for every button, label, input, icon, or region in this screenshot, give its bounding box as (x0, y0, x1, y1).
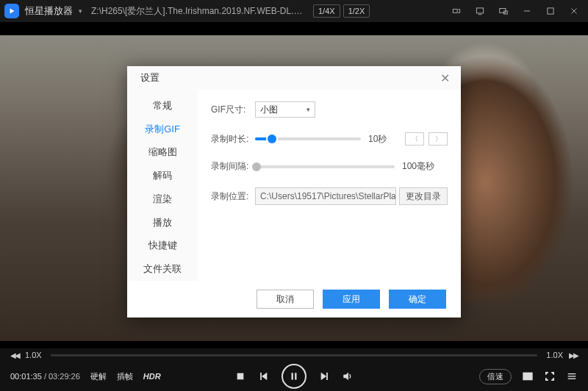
duration-label: 录制时长: (211, 133, 255, 146)
browse-button[interactable]: 更改目录 (399, 187, 448, 205)
modal-close-icon[interactable]: ✕ (437, 71, 452, 85)
sidebar-item-render[interactable]: 渲染 (127, 187, 198, 211)
ok-button[interactable]: 确定 (389, 290, 446, 309)
svg-rect-4 (500, 9, 506, 13)
speed-left-label[interactable]: 1.0X (25, 351, 42, 359)
title-bar: 恒星播放器 ▾ Z:\H265\[爱尔兰人].The.Irishman.2019… (0, 0, 588, 22)
duration-value: 10秒 (368, 133, 405, 146)
interval-value: 100毫秒 (402, 160, 443, 173)
speed-right-label[interactable]: 1.0X (546, 351, 563, 359)
apply-button[interactable]: 应用 (323, 290, 380, 309)
svg-rect-13 (292, 373, 293, 379)
prev-button[interactable] (258, 370, 270, 382)
title-speed-chips: 1/4X 1/2X (313, 4, 370, 18)
maximize-icon[interactable] (541, 0, 560, 22)
file-title: Z:\H265\[爱尔兰人].The.Irishman.2019.NF.WEB-… (91, 5, 304, 18)
speed-half-chip[interactable]: 1/2X (343, 4, 370, 18)
row-path: 录制位置: C:\Users\19517\Pictures\StellarPla… (211, 187, 448, 205)
interval-label: 录制间隔: (211, 160, 255, 173)
close-icon[interactable] (564, 0, 584, 22)
sidebar-item-hotkey[interactable]: 快捷键 (127, 234, 198, 258)
row-interval: 录制间隔: 100毫秒 (211, 160, 448, 173)
svg-marker-17 (344, 373, 348, 379)
badge-interpolation[interactable]: 插帧 (117, 371, 133, 382)
sidebar-item-record-gif[interactable]: 录制GIF (127, 118, 198, 141)
svg-marker-15 (321, 373, 326, 379)
skip-forward-icon[interactable]: ▶▶ (569, 351, 578, 359)
gif-size-label: GIF尺寸: (211, 104, 255, 116)
speed-quarter-chip[interactable]: 1/4X (313, 4, 340, 18)
sidebar-item-general[interactable]: 常规 (127, 94, 198, 118)
svg-rect-7 (548, 8, 553, 14)
pin-icon[interactable] (494, 0, 513, 22)
progress-row: ◀◀ 1.0X 1.0X ▶▶ (0, 348, 588, 362)
skip-back-icon[interactable]: ◀◀ (10, 351, 19, 359)
svg-rect-16 (326, 373, 327, 379)
badge-hw-decode[interactable]: 硬解 (90, 371, 107, 382)
progress-bar[interactable] (51, 354, 538, 356)
minimize-icon[interactable] (517, 0, 537, 22)
settings-sidebar: 常规 录制GIF 缩略图 解码 渲染 播放 快捷键 文件关联 (127, 90, 198, 281)
svg-rect-10 (237, 373, 243, 379)
speed-pill[interactable]: 倍速 (479, 369, 512, 384)
badge-hdr[interactable]: HDR (143, 372, 161, 381)
right-controls: 倍速 (479, 369, 578, 384)
total-time: 03:29:26 (49, 372, 80, 381)
svg-rect-1 (453, 10, 457, 13)
row-gif-size: GIF尺寸: 小图 ▾ (211, 101, 448, 118)
sidebar-item-thumbnail[interactable]: 缩略图 (127, 141, 198, 165)
timecodes: 00:01:35 / 03:29:26 (10, 372, 80, 381)
sidebar-item-file-assoc[interactable]: 文件关联 (127, 257, 198, 281)
interval-slider[interactable] (255, 165, 395, 168)
modal-title: 设置 (140, 71, 437, 85)
modal-footer: 取消 应用 确定 (127, 281, 461, 318)
chevron-down-icon: ▾ (306, 106, 310, 113)
settings-pane: GIF尺寸: 小图 ▾ 录制时长: 10秒 〈 〉 (198, 90, 461, 281)
playlist-icon[interactable] (566, 370, 578, 382)
stop-button[interactable] (234, 370, 246, 382)
controls-row: 00:01:35 / 03:29:26 硬解 插帧 HDR 倍速 (0, 362, 588, 391)
sidebar-item-playback[interactable]: 播放 (127, 211, 198, 234)
pip-icon[interactable] (522, 370, 534, 382)
duration-decrease-button[interactable]: 〈 (405, 132, 424, 146)
app-name: 恒星播放器 (25, 4, 73, 18)
play-pause-button[interactable] (282, 364, 306, 389)
svg-rect-19 (528, 376, 531, 379)
cancel-button[interactable]: 取消 (257, 290, 314, 309)
duration-slider[interactable] (255, 137, 361, 140)
path-input[interactable]: C:\Users\19517\Pictures\StellarPlayer (255, 187, 396, 205)
svg-marker-11 (262, 373, 267, 379)
gif-size-select[interactable]: 小图 ▾ (255, 101, 315, 118)
settings-modal: 设置 ✕ 常规 录制GIF 缩略图 解码 渲染 播放 快捷键 文件关联 GIF尺… (127, 66, 461, 318)
current-time: 00:01:35 (10, 372, 42, 381)
bottom-controls: ◀◀ 1.0X 1.0X ▶▶ 00:01:35 / 03:29:26 硬解 插… (0, 348, 588, 391)
app-logo (4, 4, 19, 18)
modal-header: 设置 ✕ (127, 66, 461, 90)
path-label: 录制位置: (211, 190, 255, 203)
title-icon-1[interactable] (447, 0, 466, 22)
gif-size-value: 小图 (260, 104, 278, 116)
svg-rect-14 (295, 373, 296, 379)
row-duration: 录制时长: 10秒 〈 〉 (211, 132, 448, 146)
center-controls (234, 364, 354, 389)
svg-rect-2 (476, 8, 483, 13)
duration-increase-button[interactable]: 〉 (429, 132, 448, 146)
sidebar-item-decode[interactable]: 解码 (127, 164, 198, 187)
fullscreen-icon[interactable] (544, 370, 556, 382)
next-button[interactable] (318, 370, 330, 382)
svg-marker-0 (10, 9, 15, 14)
app-menu-dropdown[interactable]: ▾ (79, 7, 82, 15)
title-icon-2[interactable] (470, 0, 490, 22)
volume-icon[interactable] (342, 370, 354, 382)
svg-rect-12 (260, 373, 261, 379)
